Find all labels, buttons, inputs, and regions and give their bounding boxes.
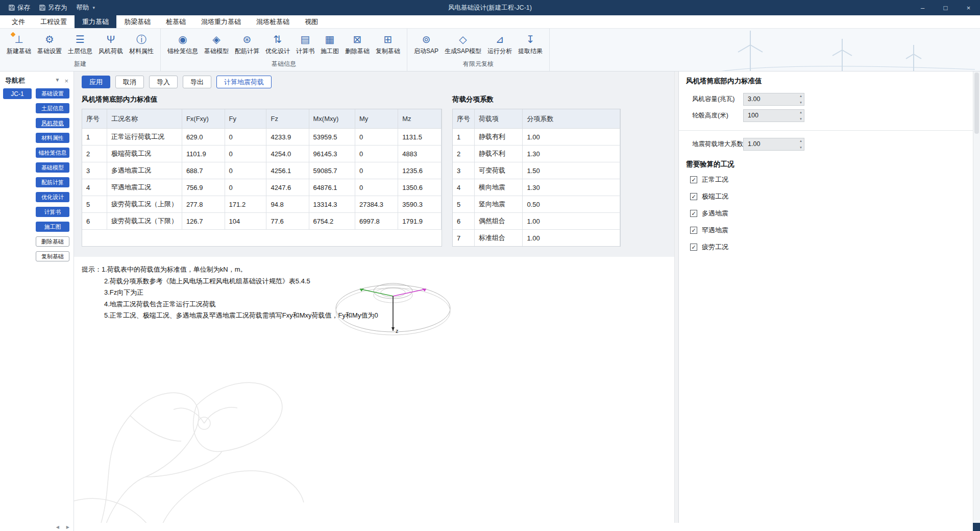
table-cell[interactable]: 正常运行荷载工况 <box>107 129 182 146</box>
turbine-capacity-input[interactable]: 3.00 ▲ ▼ <box>743 93 804 106</box>
table-cell[interactable]: 标准组合 <box>475 230 523 247</box>
table-cell[interactable]: 3 <box>453 162 475 179</box>
table-cell[interactable]: 4254.0 <box>266 146 309 162</box>
seismic-amplification-input[interactable]: 1.00 ▲ ▼ <box>743 138 804 151</box>
table-cell[interactable]: 0 <box>225 162 266 179</box>
table-cell[interactable]: 偶然组合 <box>475 213 523 230</box>
sidebar-item-soil-layer-info[interactable]: 土层信息 <box>36 103 69 113</box>
table-cell[interactable]: 77.6 <box>266 213 309 230</box>
table-cell[interactable]: 104 <box>225 213 266 230</box>
table-cell[interactable]: 6 <box>453 213 475 230</box>
menu-tab-pile-foundation[interactable]: 桩基础 <box>158 15 193 28</box>
calc-seismic-load-button[interactable]: 计算地震荷载 <box>216 76 272 88</box>
table-cell[interactable]: 629.0 <box>182 129 225 146</box>
menu-tab-gravity-foundation[interactable]: 重力基础 <box>75 15 116 28</box>
table-cell[interactable]: 59085.7 <box>309 162 355 179</box>
sidebar-item-wind-turbine-load[interactable]: 风机荷载 <box>36 118 69 128</box>
construction-drawing-button[interactable]: ▦施工图 <box>317 31 342 57</box>
table-cell[interactable]: 6754.2 <box>309 213 355 230</box>
maximize-button[interactable]: □ <box>934 0 957 15</box>
spin-down-icon[interactable]: ▼ <box>799 146 802 149</box>
cancel-button[interactable]: 取消 <box>115 76 144 88</box>
extract-results-button[interactable]: ↧提取结果 <box>515 31 546 57</box>
launch-sap-button[interactable]: ⊚启动SAP <box>411 31 442 57</box>
table-cell[interactable]: 罕遇地震工况 <box>107 179 182 196</box>
table-cell[interactable]: 1101.9 <box>182 146 225 162</box>
table-cell[interactable]: 3590.3 <box>398 196 442 213</box>
foundation-settings-button[interactable]: ⚙基础设置 <box>34 31 65 57</box>
table-cell[interactable]: 静载不利 <box>475 146 523 162</box>
table-cell[interactable]: 7 <box>453 230 475 247</box>
table-cell[interactable]: 3 <box>82 162 107 179</box>
table-cell[interactable]: 1.00 <box>523 230 620 247</box>
table-cell[interactable]: 0 <box>225 129 266 146</box>
save-as-menu[interactable]: 另存为 <box>35 0 72 15</box>
generate-sap-model-button[interactable]: ◇生成SAP模型 <box>442 31 484 57</box>
table-cell[interactable]: 4247.6 <box>266 179 309 196</box>
help-menu[interactable]: 帮助▾ <box>72 0 100 15</box>
table-cell[interactable]: 1.50 <box>523 162 620 179</box>
table-cell[interactable]: 1350.6 <box>398 179 442 196</box>
save-menu[interactable]: 保存 <box>4 0 35 15</box>
spin-up-icon[interactable]: ▲ <box>799 111 802 114</box>
new-foundation-button[interactable]: ⊥新建基础 <box>4 31 34 57</box>
menu-tab-file[interactable]: 文件 <box>4 15 33 28</box>
table-cell[interactable]: 756.9 <box>182 179 225 196</box>
table-cell[interactable]: 4 <box>453 179 475 196</box>
delete-foundation-button[interactable]: ⊠删除基础 <box>342 31 373 57</box>
sidebar-item-calculation-report[interactable]: 计算书 <box>36 207 69 217</box>
checkbox-fatigue-case[interactable]: ✓疲劳工况 <box>690 243 966 252</box>
table-cell[interactable]: 6997.8 <box>355 213 398 230</box>
table-cell[interactable]: 0 <box>355 129 398 146</box>
table-cell[interactable]: 277.8 <box>182 196 225 213</box>
menu-tab-rib-beam-foundation[interactable]: 肋梁基础 <box>116 15 158 28</box>
table-cell[interactable]: 0.50 <box>523 196 620 213</box>
table-cell[interactable]: 1.00 <box>523 213 620 230</box>
table-cell[interactable]: 可变荷载 <box>475 162 523 179</box>
sidebar-item-rebar-calculation[interactable]: 配筋计算 <box>36 177 69 187</box>
nav-collapse-icon[interactable]: ▼ <box>55 77 60 85</box>
table-cell[interactable]: 171.2 <box>225 196 266 213</box>
anchor-cage-info-button[interactable]: ◉锚栓笼信息 <box>164 31 201 57</box>
sidebar-item-delete-foundation[interactable]: 删除基础 <box>36 236 69 247</box>
project-tab-jc1[interactable]: JC-1 <box>3 88 32 99</box>
sidebar-hscrollbar[interactable]: ◀ ▶ <box>0 523 74 531</box>
sidebar-item-foundation-settings[interactable]: 基础设置 <box>36 88 69 99</box>
export-button[interactable]: 导出 <box>183 76 211 88</box>
apply-button[interactable]: 应用 <box>82 76 110 88</box>
table-cell[interactable]: 4233.9 <box>266 129 309 146</box>
table-cell[interactable]: 竖向地震 <box>475 196 523 213</box>
table-cell[interactable]: 1235.6 <box>398 162 442 179</box>
nav-close-icon[interactable]: × <box>64 77 68 85</box>
checkbox-box-icon[interactable]: ✓ <box>690 193 697 200</box>
table-cell[interactable]: 126.7 <box>182 213 225 230</box>
checkbox-box-icon[interactable]: ✓ <box>690 176 697 183</box>
table-cell[interactable]: 688.7 <box>182 162 225 179</box>
table-cell[interactable]: 5 <box>453 196 475 213</box>
table-cell[interactable]: 1.30 <box>523 146 620 162</box>
hub-height-input[interactable]: 100 ▲ ▼ <box>743 109 804 122</box>
menu-tab-hybrid-tower-pile-foundation[interactable]: 混塔桩基础 <box>249 15 297 28</box>
table-cell[interactable]: 1131.5 <box>398 129 442 146</box>
sidebar-item-material-properties[interactable]: 材料属性 <box>36 133 69 143</box>
table-cell[interactable]: 64876.1 <box>309 179 355 196</box>
checkbox-extreme-case[interactable]: ✓极端工况 <box>690 192 966 201</box>
table-cell[interactable]: 0 <box>225 146 266 162</box>
wind-turbine-load-button[interactable]: Ψ风机荷载 <box>95 31 126 57</box>
table-cell[interactable]: 1.00 <box>523 129 620 146</box>
spin-down-icon[interactable]: ▼ <box>799 117 802 120</box>
spin-up-icon[interactable]: ▲ <box>799 139 802 142</box>
checkbox-frequent-earthquake[interactable]: ✓多遇地震 <box>690 209 966 218</box>
optimization-design-button[interactable]: ⇅优化设计 <box>262 31 293 57</box>
spin-up-icon[interactable]: ▲ <box>799 94 802 98</box>
table-cell[interactable]: 1 <box>453 129 475 146</box>
checkbox-box-icon[interactable]: ✓ <box>690 227 697 234</box>
table-cell[interactable]: 96145.3 <box>309 146 355 162</box>
table-cell[interactable]: 6 <box>82 213 107 230</box>
table-cell[interactable]: 2 <box>82 146 107 162</box>
spin-down-icon[interactable]: ▼ <box>799 101 802 104</box>
calculation-report-button[interactable]: ▤计算书 <box>293 31 317 57</box>
hscroll-right-icon[interactable]: ▶ <box>66 525 69 529</box>
table-cell[interactable]: 0 <box>355 179 398 196</box>
table-cell[interactable]: 0 <box>355 162 398 179</box>
